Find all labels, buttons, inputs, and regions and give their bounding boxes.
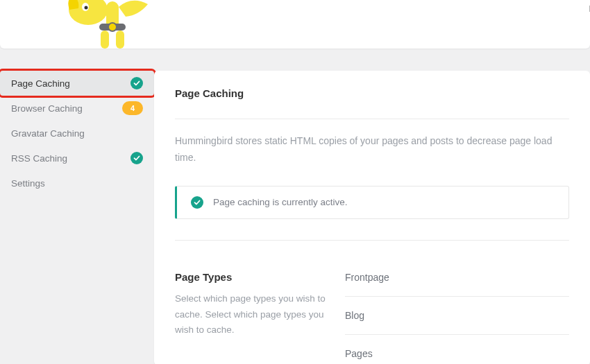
svg-point-3 [108,23,117,31]
mascot-image [66,0,163,49]
main-layout: Page Caching Browser Caching 4 Gravatar … [0,71,590,364]
page-type-row[interactable]: Frontpage [345,271,569,297]
page-types-list: Frontpage Blog Pages [345,271,569,360]
main-panel: Page Caching Hummingbird stores static H… [154,71,590,364]
page-type-label: Frontpage [345,272,389,283]
status-notice: Page caching is currently active. [175,186,569,219]
page-description: Hummingbird stores static HTML copies of… [175,119,569,186]
page-types-section: Page Types Select which page types you w… [175,240,569,360]
svg-rect-4 [101,31,109,49]
sidebar-item-gravatar-caching[interactable]: Gravatar Caching [0,121,154,146]
sidebar-item-label: Gravatar Caching [11,128,85,139]
sidebar: Page Caching Browser Caching 4 Gravatar … [0,71,154,364]
notice-text: Page caching is currently active. [213,197,348,207]
sidebar-item-label: RSS Caching [11,153,67,164]
svg-point-7 [85,6,88,10]
check-icon [191,196,203,209]
sidebar-item-page-caching[interactable]: Page Caching [0,71,154,96]
sidebar-item-browser-caching[interactable]: Browser Caching 4 [0,96,154,121]
page-title: Page Caching [175,87,569,119]
page-type-row[interactable]: Pages [345,347,569,360]
check-icon [130,77,143,89]
top-banner: R [0,0,590,49]
sidebar-item-settings[interactable]: Settings [0,171,154,196]
page-type-row[interactable]: Blog [345,309,569,335]
sidebar-item-rss-caching[interactable]: RSS Caching [0,146,154,171]
section-header-column: Page Types Select which page types you w… [175,271,331,360]
svg-rect-5 [116,31,124,49]
sidebar-item-label: Page Caching [11,78,70,89]
sidebar-item-label: Settings [11,178,45,189]
page-type-label: Pages [345,348,373,359]
section-title: Page Types [175,271,331,283]
page-type-label: Blog [345,310,364,321]
check-icon [130,152,143,164]
count-badge: 4 [122,101,143,115]
section-description: Select which page types you wish to cach… [175,291,331,339]
sidebar-item-label: Browser Caching [11,103,83,114]
